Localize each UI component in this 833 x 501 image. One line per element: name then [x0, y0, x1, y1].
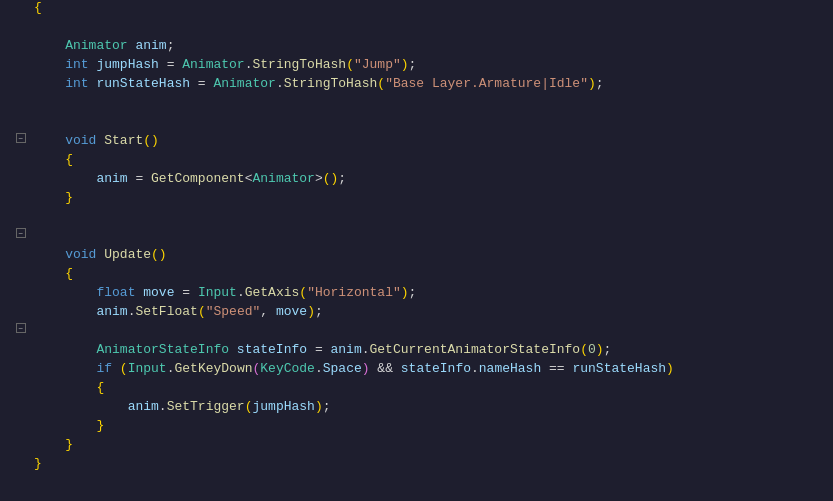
token [96, 247, 104, 262]
code-line-7 [30, 114, 833, 133]
code-line-22: anim . SetTrigger ( jumpHash ) ; [30, 399, 833, 418]
token: GetComponent [151, 171, 245, 186]
token: = [174, 285, 197, 300]
token: = [159, 57, 182, 72]
token: . [159, 399, 167, 414]
token: ( [253, 361, 261, 376]
token: StringToHash [284, 76, 378, 91]
token [34, 399, 128, 414]
token [112, 361, 120, 376]
token: ( [377, 76, 385, 91]
token: anim [128, 399, 159, 414]
token: ) [596, 342, 604, 357]
token: float [96, 285, 135, 300]
token: GetAxis [245, 285, 300, 300]
token: Animator [65, 38, 127, 53]
token: . [167, 361, 175, 376]
token: . [362, 342, 370, 357]
token: move [143, 285, 174, 300]
token: ) [401, 57, 409, 72]
token: ; [167, 38, 175, 53]
token: && [370, 361, 401, 376]
token: jumpHash [252, 399, 314, 414]
code-area: { Animator anim ; int jumpHash = Animato… [30, 0, 833, 501]
token: Animator [182, 57, 244, 72]
token: Animator [252, 171, 314, 186]
token: AnimatorStateInfo [96, 342, 229, 357]
code-line-13 [30, 228, 833, 247]
token: > [315, 171, 323, 186]
token: . [245, 57, 253, 72]
token: = [307, 342, 330, 357]
code-line-11: } [30, 190, 833, 209]
fold-update-button[interactable]: − [16, 228, 26, 238]
code-line-3: Animator anim ; [30, 38, 833, 57]
code-editor: − − − { Animator anim ; [0, 0, 833, 501]
fold-start-button[interactable]: − [16, 133, 26, 143]
token [34, 171, 96, 186]
token: anim [96, 304, 127, 319]
token: ) [307, 304, 315, 319]
token: void [65, 133, 96, 148]
token [34, 57, 65, 72]
token: { [65, 152, 73, 167]
token [34, 133, 65, 148]
token: } [65, 437, 73, 452]
fold-if-button[interactable]: − [16, 323, 26, 333]
code-line-1: { [30, 0, 833, 19]
token: GetCurrentAnimatorStateInfo [370, 342, 581, 357]
token [34, 342, 96, 357]
token: = [128, 171, 151, 186]
code-line-21: { [30, 380, 833, 399]
token: "Base Layer.Armature|Idle" [385, 76, 588, 91]
code-line-24: } [30, 437, 833, 456]
token: . [315, 361, 323, 376]
token [135, 285, 143, 300]
token [34, 266, 65, 281]
token: void [65, 247, 96, 262]
token: ( [346, 57, 354, 72]
token [34, 76, 65, 91]
token [34, 418, 96, 433]
code-line-16: float move = Input . GetAxis ( "Horizont… [30, 285, 833, 304]
token: int [65, 57, 88, 72]
token [229, 342, 237, 357]
token: Space [323, 361, 362, 376]
token [89, 76, 97, 91]
token: Input [128, 361, 167, 376]
code-line-10: anim = GetComponent < Animator > () ; [30, 171, 833, 190]
token: Input [198, 285, 237, 300]
token: SetFloat [135, 304, 197, 319]
code-line-12 [30, 209, 833, 228]
token: anim [135, 38, 166, 53]
token: ; [409, 285, 417, 300]
code-line-8: void Start () [30, 133, 833, 152]
token [34, 304, 96, 319]
code-line-15: { [30, 266, 833, 285]
token: () [323, 171, 339, 186]
token: jumpHash [96, 57, 158, 72]
token: runStateHash [96, 76, 190, 91]
token: KeyCode [260, 361, 315, 376]
token: . [471, 361, 479, 376]
code-line-9: { [30, 152, 833, 171]
token: ( [120, 361, 128, 376]
token: Animator [213, 76, 275, 91]
token [34, 380, 96, 395]
token: StringToHash [253, 57, 347, 72]
token: ( [580, 342, 588, 357]
token: "Jump" [354, 57, 401, 72]
token [34, 247, 65, 262]
token: nameHash [479, 361, 541, 376]
token: ; [315, 304, 323, 319]
code-line-4: int jumpHash = Animator . StringToHash (… [30, 57, 833, 76]
token: stateInfo [401, 361, 471, 376]
token: int [65, 76, 88, 91]
token: stateInfo [237, 342, 307, 357]
token: ) [401, 285, 409, 300]
token: () [151, 247, 167, 262]
code-line-18 [30, 323, 833, 342]
token: "Horizontal" [307, 285, 401, 300]
token: , [260, 304, 276, 319]
token: ( [198, 304, 206, 319]
